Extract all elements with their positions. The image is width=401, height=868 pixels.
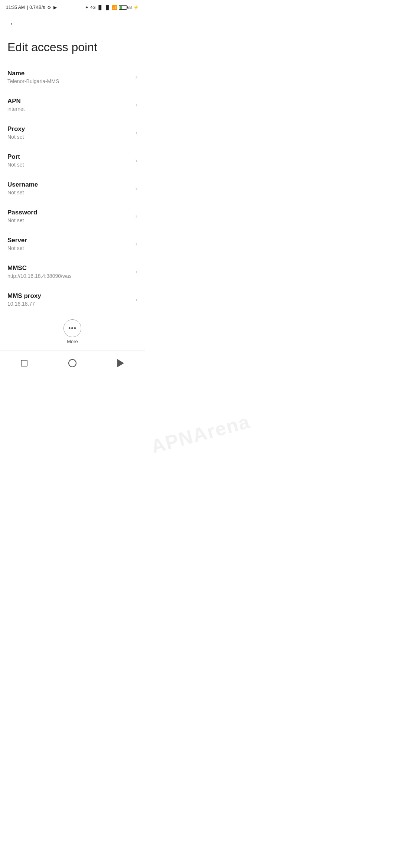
settings-title-mmsc: MMSC (7, 264, 133, 272)
settings-item-username[interactable]: Username Not set › (0, 174, 145, 202)
settings-item-apn[interactable]: APN internet › (0, 91, 145, 119)
bluetooth-icon: ✦ (85, 5, 89, 10)
chevron-right-icon: › (136, 129, 137, 136)
settings-item-content-password: Password Not set (7, 209, 133, 223)
settings-list: Name Telenor-Bulgaria-MMS › APN internet… (0, 63, 145, 313)
settings-item-content-username: Username Not set (7, 181, 133, 195)
settings-item-port[interactable]: Port Not set › (0, 147, 145, 174)
chevron-right-icon: › (136, 74, 137, 80)
chevron-right-icon: › (136, 157, 137, 164)
nav-bar (0, 350, 145, 376)
more-dots-icon: ••• (68, 325, 76, 332)
back-arrow-icon: ← (9, 19, 17, 29)
signal-bars2-icon: ▐▌ (104, 5, 110, 10)
settings-value-password: Not set (7, 217, 133, 223)
chevron-right-icon: › (136, 241, 137, 247)
chevron-right-icon: › (136, 185, 137, 192)
wifi-icon: 📶 (112, 5, 117, 10)
settings-item-content-mmsc: MMSC http://10.16.18.4:38090/was (7, 264, 133, 279)
settings-value-port: Not set (7, 162, 133, 168)
settings-item-content-port: Port Not set (7, 153, 133, 168)
settings-value-server: Not set (7, 245, 133, 251)
settings-title-apn: APN (7, 98, 133, 105)
settings-value-username: Not set (7, 190, 133, 195)
settings-title-mms-proxy: MMS proxy (7, 292, 133, 300)
settings-title-server: Server (7, 237, 133, 244)
settings-icon: ⚙ (47, 5, 51, 10)
more-label: More (67, 339, 78, 344)
chevron-right-icon: › (136, 296, 137, 303)
settings-title-port: Port (7, 153, 133, 161)
back-button[interactable]: ← (6, 16, 21, 31)
settings-item-content-name: Name Telenor-Bulgaria-MMS (7, 70, 133, 84)
settings-item-mms-proxy[interactable]: MMS proxy 10.16.18.77 › (0, 286, 145, 313)
video-icon: ▶ (53, 5, 57, 10)
settings-value-mmsc: http://10.16.18.4:38090/was (7, 273, 133, 279)
chevron-right-icon: › (136, 213, 137, 220)
network-speed: | 0.7KB/s (27, 5, 45, 10)
status-left: 11:35 AM | 0.7KB/s ⚙ ▶ (6, 5, 57, 10)
settings-title-name: Name (7, 70, 133, 77)
page-title: Edit access point (0, 34, 145, 63)
recents-icon (21, 360, 27, 366)
nav-back-button[interactable] (113, 355, 129, 371)
settings-title-password: Password (7, 209, 133, 216)
settings-item-mmsc[interactable]: MMSC http://10.16.18.4:38090/was › (0, 258, 145, 286)
chevron-right-icon: › (136, 102, 137, 108)
back-icon (117, 359, 124, 367)
chevron-right-icon: › (136, 269, 137, 275)
status-bar: 11:35 AM | 0.7KB/s ⚙ ▶ ✦ 4G ▐▌ ▐▌ 📶 38 ⚡ (0, 0, 145, 13)
settings-item-content-server: Server Not set (7, 237, 133, 251)
settings-item-content-mms-proxy: MMS proxy 10.16.18.77 (7, 292, 133, 307)
time: 11:35 AM (6, 5, 25, 10)
settings-title-username: Username (7, 181, 133, 188)
settings-value-mms-proxy: 10.16.18.77 (7, 301, 133, 307)
settings-item-password[interactable]: Password Not set › (0, 202, 145, 230)
settings-item-content-proxy: Proxy Not set (7, 125, 133, 140)
signal-4g-icon: 4G (90, 5, 96, 10)
settings-value-name: Telenor-Bulgaria-MMS (7, 78, 133, 84)
battery-indicator: 38 (119, 5, 132, 10)
charge-icon: ⚡ (133, 5, 139, 10)
toolbar: ← (0, 13, 145, 34)
more-section: ••• More (0, 313, 145, 347)
more-button[interactable]: ••• (63, 319, 81, 337)
settings-item-content-apn: APN internet (7, 98, 133, 112)
signal-bars-icon: ▐▌ (97, 5, 103, 10)
settings-item-proxy[interactable]: Proxy Not set › (0, 119, 145, 147)
settings-title-proxy: Proxy (7, 125, 133, 133)
status-right: ✦ 4G ▐▌ ▐▌ 📶 38 ⚡ (85, 5, 139, 10)
settings-value-apn: internet (7, 106, 133, 112)
settings-item-name[interactable]: Name Telenor-Bulgaria-MMS › (0, 63, 145, 91)
settings-value-proxy: Not set (7, 134, 133, 140)
settings-item-server[interactable]: Server Not set › (0, 230, 145, 258)
nav-home-button[interactable] (64, 355, 81, 371)
nav-recents-button[interactable] (16, 355, 32, 371)
home-icon (68, 359, 76, 367)
